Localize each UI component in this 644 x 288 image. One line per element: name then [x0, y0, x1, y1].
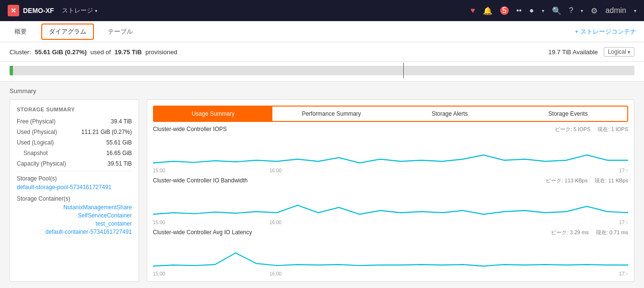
add-storage-container-button[interactable]: + ストレージコンテナ	[575, 27, 636, 36]
chart-iops-header: Cluster-wide Controller IOPS ピーク: 5 IOPS…	[153, 126, 628, 133]
storage-container-links: NutanixManagementShare SelfServiceContai…	[17, 204, 132, 235]
chart-bandwidth: Cluster-wide Controller IO Bandwidth ピーク…	[153, 177, 628, 226]
sub-navigation: 概要 · ダイアグラム · テーブル + ストレージコンテナ	[0, 21, 644, 42]
chevron-down-icon: ▾	[95, 8, 97, 13]
content-row: STORAGE SUMMARY Free (Physical) 39.4 TiB…	[10, 99, 634, 282]
stat-used-logical: Used (Logical) 55.61 GiB	[17, 139, 132, 146]
available-label: 19.7 TiB Available	[549, 48, 598, 56]
cluster-label: Cluster: 55.61 GiB (0.27%) used of 19.75…	[10, 48, 177, 56]
chart-iops-title: Cluster-wide Controller IOPS	[153, 126, 227, 132]
chart-iops-stats: ピーク: 5 IOPS 現在: 1 IOPS	[555, 126, 628, 133]
chart-latency: Cluster-wide Controller Avg IO Latency ピ…	[153, 229, 628, 277]
x-icon: ✕	[8, 5, 19, 16]
main-content-area: Summary STORAGE SUMMARY Free (Physical) …	[0, 82, 644, 288]
storage-summary-title: STORAGE SUMMARY	[17, 107, 132, 112]
chevron-down-icon[interactable]: ▾	[542, 8, 544, 13]
tab-performance-summary[interactable]: Performance Summary	[272, 107, 391, 121]
dot-menu-icon[interactable]: ••	[516, 6, 522, 15]
top-navigation: ✕ DEMO-XF ストレージ ▾ ♥ 🔔 5 •• ● ▾ 🔍 ? ▾ ⚙ a…	[0, 0, 644, 21]
charts-panel: Usage Summary Performance Summary Storag…	[147, 99, 634, 282]
usage-bar-marker	[403, 63, 404, 78]
chart-latency-header: Cluster-wide Controller Avg IO Latency ピ…	[153, 229, 628, 236]
cluster-right-info: 19.7 TiB Available Logical ▾	[549, 47, 635, 57]
charts-area: Cluster-wide Controller IOPS ピーク: 5 IOPS…	[147, 122, 634, 281]
tab-storage-events[interactable]: Storage Events	[509, 107, 627, 121]
settings-icon[interactable]: ⚙	[591, 6, 597, 15]
search-icon[interactable]: 🔍	[552, 6, 562, 15]
chart-bandwidth-svg	[153, 185, 628, 219]
tab-storage-alerts[interactable]: Storage Alerts	[391, 107, 509, 121]
alert-badge: 5	[500, 6, 509, 15]
chevron-down-icon: ▾	[628, 49, 630, 55]
usage-bar-container	[0, 62, 644, 82]
chart-latency-svg	[153, 237, 628, 271]
heart-icon[interactable]: ♥	[470, 6, 475, 15]
stat-free-physical: Free (Physical) 39.4 TiB	[17, 118, 132, 125]
chart-latency-title: Cluster-wide Controller Avg IO Latency	[153, 229, 252, 236]
chart-bandwidth-header: Cluster-wide Controller IO Bandwidth ピーク…	[153, 177, 628, 184]
divider-1	[17, 171, 132, 171]
storage-nav-item[interactable]: ストレージ ▾	[62, 6, 97, 15]
storage-pool-link[interactable]: default-storage-pool-5734161727491	[17, 184, 112, 191]
chart-bandwidth-title: Cluster-wide Controller IO Bandwidth	[153, 177, 247, 184]
container-link-4[interactable]: default-container-5734161727491	[17, 228, 132, 235]
chart-iops: Cluster-wide Controller IOPS ピーク: 5 IOPS…	[153, 126, 628, 174]
stat-snapshot: Snapshot 16.65 GiB	[17, 150, 132, 156]
tab-diagram[interactable]: ダイアグラム	[41, 24, 94, 40]
summary-tab-bar: Usage Summary Performance Summary Storag…	[153, 106, 628, 122]
cluster-info-bar: Cluster: 55.61 GiB (0.27%) used of 19.75…	[0, 42, 644, 62]
user-menu-icon[interactable]: ●	[529, 6, 534, 15]
tab-table[interactable]: テーブル	[101, 24, 140, 39]
chevron-down-icon-2[interactable]: ▾	[581, 8, 583, 13]
storage-containers-label: Storage Container(s)	[17, 195, 132, 202]
stat-used-physical: Used (Physical) 111.21 GiB (0.27%)	[17, 129, 132, 135]
user-label[interactable]: admin	[605, 6, 626, 15]
chart-bandwidth-time-labels: 15:00 16:00 17:↑	[153, 220, 628, 226]
storage-summary-panel: STORAGE SUMMARY Free (Physical) 39.4 TiB…	[10, 99, 139, 282]
usage-bar-fill	[10, 66, 13, 75]
container-link-1[interactable]: NutanixManagementShare	[17, 204, 132, 211]
chart-iops-time-labels: 15:00 16:00 17:↑	[153, 168, 628, 174]
chart-latency-stats: ピーク: 3.29 ms 現在: 0.71 ms	[551, 229, 628, 236]
container-link-2[interactable]: SelfServiceContainer	[17, 212, 132, 219]
brand-logo[interactable]: ✕ DEMO-XF	[8, 5, 54, 16]
logical-dropdown[interactable]: Logical ▾	[604, 47, 634, 57]
tab-usage-summary[interactable]: Usage Summary	[154, 107, 272, 121]
top-nav-icons: ♥ 🔔 5 •• ● ▾ 🔍 ? ▾ ⚙ admin ▾	[470, 6, 636, 15]
user-chevron-icon[interactable]: ▾	[634, 8, 636, 13]
storage-pools-label: Storage Pool(s)	[17, 175, 132, 182]
summary-heading: Summary	[10, 87, 634, 95]
chart-bandwidth-stats: ピーク: 113 KBps 現在: 11 KBps	[546, 177, 628, 184]
bell-icon[interactable]: 🔔	[483, 6, 492, 15]
chart-iops-svg	[153, 134, 628, 168]
container-link-3[interactable]: test_container	[17, 220, 132, 227]
brand-name: DEMO-XF	[23, 7, 54, 14]
usage-progress-bar	[10, 66, 634, 75]
help-icon[interactable]: ?	[569, 6, 574, 15]
stat-capacity-physical: Capacity (Physical) 39.51 TiB	[17, 160, 132, 167]
tab-overview[interactable]: 概要	[8, 24, 34, 39]
chart-latency-time-labels: 15:00 16:00 17:↑	[153, 271, 628, 277]
